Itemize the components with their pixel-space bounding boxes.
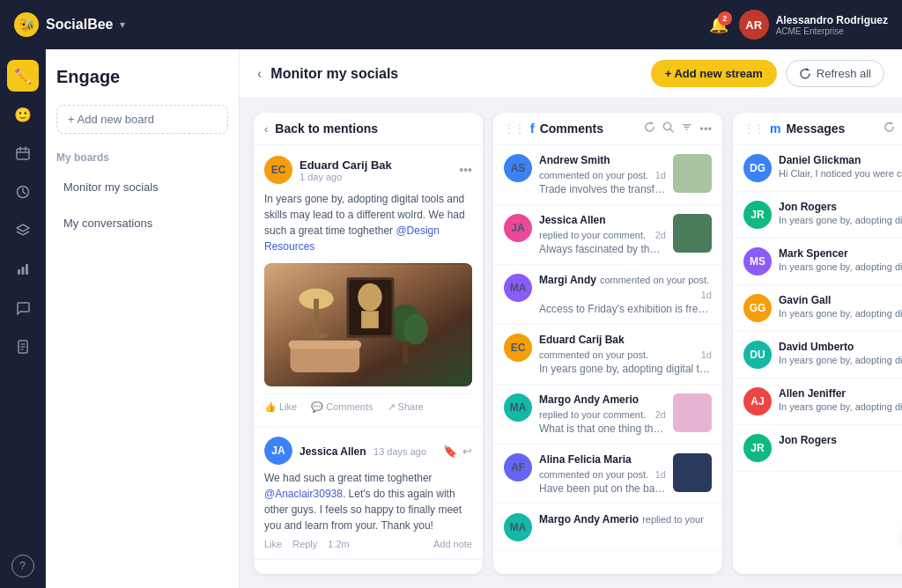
comment-header-7: Margo Andy Amerio replied to your <box>539 513 712 526</box>
msg-author-5: David Umberto <box>779 341 854 353</box>
list-item[interactable]: MA Margo Andy Amerio replied to your <box>493 504 722 551</box>
list-item[interactable]: MS Mark Spencer 12m In years gone by, ad… <box>733 239 902 285</box>
back-to-mentions-panel: ‹ Back to mentions EC Eduard Carij <box>254 113 483 574</box>
reply-reply-button[interactable]: Reply <box>292 539 317 549</box>
post-header-left: EC Eduard Carij Bak 1 day ago <box>264 156 392 184</box>
reply-icon[interactable]: ↩ <box>462 445 472 458</box>
list-item[interactable]: JR Jon Rogers 4h ✓✓ In years gone by, ad… <box>733 192 902 239</box>
messages-drag-handle[interactable]: ⋮⋮ <box>743 122 765 135</box>
comments-drag-handle[interactable]: ⋮⋮ <box>504 122 525 135</box>
comment-input-area: Add comment Add note 👤 📎 😊 ••• <box>254 559 483 574</box>
sidebar-icon-smile[interactable]: 🙂 <box>7 99 39 130</box>
comments-refresh-icon[interactable] <box>644 121 655 136</box>
share-button[interactable]: ↗ Share <box>388 398 424 416</box>
svg-rect-6 <box>18 269 20 275</box>
comment-header-3: Margi Andy commented on your post. 1d <box>539 274 712 300</box>
back-button[interactable]: ‹ <box>257 66 262 82</box>
add-new-board-button[interactable]: + Add new board <box>56 105 228 134</box>
msg-text-2: In years gone by, adopting digital tools… <box>779 215 902 225</box>
sidebar-icon-calendar[interactable] <box>7 137 39 169</box>
sidebar-icon-compose[interactable]: ✏️ <box>7 60 39 92</box>
sidebar-icon-chat[interactable] <box>7 292 39 324</box>
like-button[interactable]: 👍 Like <box>264 398 297 416</box>
messages-refresh-icon[interactable] <box>884 121 895 136</box>
reply-add-note-button[interactable]: Add note <box>433 539 472 549</box>
msg-content-6: Allen Jeniffer 12m ✓✓ In years gone by, … <box>779 387 902 415</box>
list-item[interactable]: AJ Allen Jeniffer 12m ✓✓ In years gone b… <box>733 379 902 425</box>
comment-header-5: Margo Andy Amerio replied to your commen… <box>539 393 666 420</box>
comments-filter-icon[interactable] <box>681 121 692 136</box>
messages-stream-header: ⋮⋮ m Messages ••• <box>733 113 902 145</box>
comment-author-1: Andrew Smith <box>539 154 610 166</box>
msg-header-6: Allen Jeniffer 12m ✓✓ <box>779 387 902 400</box>
list-item[interactable]: JR Jon Rogers 12m ✓✓ <box>733 425 902 472</box>
reply-mention[interactable]: @Anaclair30938 <box>264 488 343 500</box>
back-panel-title: Back to mentions <box>275 121 378 136</box>
list-item[interactable]: DG Daniel Glickman 12m ✓✓ Hi Clair, I no… <box>733 145 902 192</box>
comment-avatar-3: MA <box>504 274 532 302</box>
main-header-right: + Add new stream Refresh all <box>651 60 884 87</box>
comment-avatar-4: EC <box>504 334 532 362</box>
svg-marker-5 <box>17 224 29 232</box>
msg-avatar-3: MS <box>743 247 772 276</box>
msg-avatar-2: JR <box>743 201 772 229</box>
msg-author-3: Mark Spencer <box>779 247 848 260</box>
comment-content-4: Eduard Carij Bak commented on your post.… <box>539 334 712 375</box>
layers-svg-icon <box>16 224 30 238</box>
comment-tabs: Add comment Add note <box>264 569 472 574</box>
doc-svg-icon <box>16 340 30 354</box>
nav-item-conversations[interactable]: My conversations <box>56 210 228 236</box>
user-menu[interactable]: AR Alessandro Rodriguez ACME Enterprise <box>739 10 888 40</box>
notification-button[interactable]: 🔔 2 <box>709 15 728 34</box>
list-item[interactable]: AS Andrew Smith commented on your post. … <box>493 145 722 205</box>
sidebar-icon-chart[interactable] <box>7 254 39 285</box>
post-author-avatar: EC <box>264 156 292 184</box>
tab-add-comment[interactable]: Add comment <box>264 569 349 574</box>
list-item[interactable]: EC Eduard Carij Bak commented on your po… <box>493 325 722 385</box>
list-item[interactable]: MA Margo Andy Amerio replied to your com… <box>493 385 722 445</box>
reply-like-button[interactable]: Like <box>264 539 282 549</box>
messages-stream: ⋮⋮ m Messages ••• <box>733 113 902 574</box>
comment-content-5: Margo Andy Amerio replied to your commen… <box>539 393 666 435</box>
list-item[interactable]: JA Jessica Allen replied to your comment… <box>493 205 722 265</box>
comment-avatar-6: AF <box>504 453 532 481</box>
app-body: ✏️ 🙂 <box>0 49 902 588</box>
comment-avatar-2: JA <box>504 214 532 242</box>
comments-stream: ⋮⋮ f Comments ••• <box>493 113 722 574</box>
comments-more-icon[interactable]: ••• <box>699 122 712 136</box>
comment-text-1: Trade involves the transfer of goods and… <box>539 183 666 195</box>
msg-header-5: David Umberto 12m <box>779 341 902 353</box>
main-content: ‹ Monitor my socials + Add new stream Re… <box>240 49 902 588</box>
comment-thumb-2 <box>673 214 712 253</box>
sidebar-icon-layers[interactable] <box>7 215 39 246</box>
reply-author-avatar: JA <box>264 437 292 465</box>
list-item[interactable]: DU David Umberto 12m In years gone by, a… <box>733 332 902 379</box>
logo-caret-icon[interactable]: ▾ <box>120 18 125 31</box>
comments-button[interactable]: 💬 Comments <box>311 398 373 416</box>
nav-item-monitor[interactable]: Monitor my socials <box>56 174 228 200</box>
sidebar-icon-help[interactable]: ? <box>11 555 34 577</box>
msg-avatar-7: JR <box>743 434 772 462</box>
comment-action-6: commented on your post. <box>539 469 648 480</box>
add-new-stream-button[interactable]: + Add new stream <box>651 60 777 87</box>
back-to-mentions-button[interactable]: ‹ <box>264 122 268 136</box>
msg-header-4: Gavin Gall 12m <box>779 294 902 306</box>
comment-author-2: Jessica Allen <box>539 214 606 226</box>
comments-stream-body: AS Andrew Smith commented on your post. … <box>493 145 722 574</box>
comment-avatar-1: AS <box>504 154 532 182</box>
sidebar-icon-doc[interactable] <box>7 331 39 363</box>
reply-text: We had such a great time toghether @Anac… <box>264 470 472 533</box>
list-item[interactable]: MA Margi Andy commented on your post. 1d… <box>493 265 722 325</box>
list-item[interactable]: GG Gavin Gall 12m In years gone by, adop… <box>733 285 902 332</box>
tab-add-note[interactable]: Add note <box>349 569 405 574</box>
msg-content-4: Gavin Gall 12m In years gone by, adoptin… <box>779 294 902 322</box>
refresh-all-button[interactable]: Refresh all <box>786 60 884 87</box>
bookmark-icon[interactable]: 🔖 <box>443 445 457 458</box>
sidebar-icon-clock[interactable] <box>7 176 39 208</box>
back-panel-header: ‹ Back to mentions <box>254 113 483 145</box>
msg-author-7: Jon Rogers <box>779 434 837 446</box>
list-item[interactable]: AF Alina Felicia Maria commented on your… <box>493 445 722 504</box>
msg-text-1: Hi Clair, I noticed you were checking ou… <box>779 168 902 179</box>
comments-search-icon[interactable] <box>662 121 674 136</box>
post-menu-button[interactable]: ••• <box>459 163 472 177</box>
